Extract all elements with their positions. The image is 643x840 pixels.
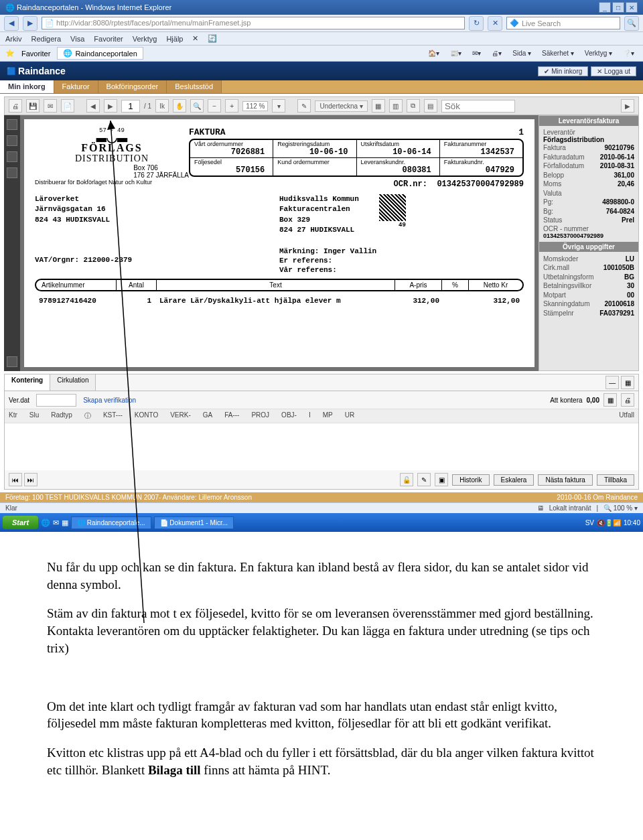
- menu-verktyg[interactable]: Verktyg: [133, 35, 157, 43]
- menu-visa[interactable]: Visa: [70, 35, 84, 43]
- excel-icon[interactable]: ▦: [603, 393, 617, 407]
- min-inkorg-button[interactable]: ✔ Min inkorg: [538, 66, 588, 76]
- verdat-input[interactable]: [36, 394, 76, 407]
- pdf-zoomout-icon[interactable]: −: [208, 99, 221, 113]
- pdf-next-icon[interactable]: ▶: [104, 99, 117, 113]
- nav-first-icon[interactable]: ⏮: [9, 473, 22, 486]
- task-raindance[interactable]: 🌐 Raindanceportale...: [71, 516, 151, 529]
- skapa-verifikation-link[interactable]: Skapa verifikation: [83, 397, 136, 404]
- ql-mail-icon[interactable]: ✉: [53, 518, 59, 527]
- tab-min-inkorg[interactable]: Min inkorg: [0, 80, 54, 93]
- pdf-t2-icon[interactable]: ▥: [389, 99, 403, 113]
- security-menu[interactable]: Säkerhet ▾: [539, 48, 577, 58]
- favorites-label[interactable]: Favoriter: [21, 50, 50, 58]
- favorites-icon[interactable]: ⭐: [5, 49, 15, 58]
- forward-button[interactable]: ▶: [23, 16, 38, 31]
- minimize-button[interactable]: _: [599, 2, 611, 13]
- sign-panel-icon[interactable]: [7, 167, 17, 178]
- feed-icon[interactable]: 📰▾: [447, 48, 465, 58]
- pdf-zoom-value[interactable]: 112 %: [242, 101, 268, 111]
- menu-favoriter[interactable]: Favoriter: [94, 35, 123, 43]
- pdf-t1-icon[interactable]: ▦: [372, 99, 385, 113]
- tillbaka-button[interactable]: Tillbaka: [597, 474, 634, 486]
- tab-beslutsstod[interactable]: Beslutsstöd: [167, 80, 222, 93]
- help-icon[interactable]: ❔▾: [620, 48, 638, 58]
- kont-tool1-icon[interactable]: —: [605, 376, 619, 389]
- menu-hjalp[interactable]: Hjälp: [166, 35, 183, 43]
- pdf-zoomin-icon[interactable]: +: [225, 99, 238, 113]
- close-button[interactable]: ✕: [626, 2, 638, 13]
- pdf-collapse-icon[interactable]: ▶: [621, 99, 634, 113]
- menu-extra-x[interactable]: ✕: [192, 34, 198, 43]
- clip-icon[interactable]: [7, 356, 17, 367]
- task-word[interactable]: 📄 Dokument1 - Micr...: [154, 516, 234, 529]
- page-menu[interactable]: Sida ▾: [509, 48, 534, 58]
- pdf-save-icon[interactable]: 💾: [26, 99, 40, 113]
- tab-cirkulation[interactable]: Cirkulation: [50, 374, 96, 391]
- box-line-2: 176 27 JÄRFÄLLA: [133, 171, 189, 179]
- ql-excel-icon[interactable]: ▦: [62, 518, 68, 527]
- pdf-search-input[interactable]: [441, 100, 515, 113]
- pdf-t3-icon[interactable]: ⧉: [407, 99, 420, 113]
- intranet-zone-icon: 🖥: [537, 504, 544, 512]
- att-kontera-value: 0,00: [587, 397, 599, 404]
- pdf-pen-icon[interactable]: ✎: [297, 99, 311, 113]
- pdf-t4-icon[interactable]: ▤: [424, 99, 437, 113]
- nasta-faktura-button[interactable]: Nästa faktura: [538, 474, 592, 486]
- bookmarks-icon[interactable]: [7, 135, 17, 146]
- print-icon-2[interactable]: 🖨: [621, 393, 634, 407]
- url-input[interactable]: 📄 http://vidar:8080/rptest/faces/portal/…: [42, 17, 465, 29]
- pdf-page-input[interactable]: [121, 100, 140, 113]
- search-box[interactable]: 🔷Live Search: [506, 17, 620, 29]
- pdf-cursor-icon[interactable]: Ik: [155, 99, 169, 113]
- nav-last-icon[interactable]: ⏭: [24, 473, 38, 486]
- menu-arkiv[interactable]: Arkiv: [5, 35, 21, 43]
- tab-kontering[interactable]: Kontering: [5, 374, 50, 391]
- home-icon[interactable]: 🏠▾: [425, 48, 443, 58]
- tab-bokforingsorder[interactable]: Bokföringsorder: [98, 80, 167, 93]
- pdf-zoom-dropdown[interactable]: ▾: [272, 99, 285, 113]
- att-kontera-label: Att kontera: [550, 397, 582, 404]
- info-icon[interactable]: ⓘ: [84, 411, 91, 421]
- zoom-dropdown[interactable]: 🔍 100 % ▾: [603, 504, 638, 512]
- menu-redigera[interactable]: Redigera: [31, 35, 61, 43]
- back-button[interactable]: ◀: [4, 16, 19, 31]
- attach-icon[interactable]: [7, 151, 17, 162]
- pdf-mail-icon[interactable]: ✉: [44, 99, 57, 113]
- kontering-grid[interactable]: [5, 423, 638, 470]
- kont-tool2-icon[interactable]: ▦: [621, 376, 634, 389]
- eskalera-button[interactable]: Eskalera: [494, 474, 534, 486]
- tray-icons[interactable]: 🔇🔋📶: [597, 519, 621, 527]
- action-icon-3[interactable]: ▣: [435, 473, 448, 486]
- print-icon[interactable]: 🖨▾: [488, 48, 505, 58]
- restore-button[interactable]: □: [612, 2, 624, 13]
- pdf-prev-icon[interactable]: ◀: [86, 99, 100, 113]
- ql-ie-icon[interactable]: 🌐: [41, 518, 50, 527]
- mail-icon[interactable]: ✉▾: [469, 48, 484, 58]
- refresh-button[interactable]: ↻: [469, 16, 484, 31]
- vat-number: VAT/Orgnr: 212000-2379: [35, 256, 279, 275]
- start-button[interactable]: Start: [3, 516, 38, 529]
- menu-extra-icon[interactable]: 🔄: [208, 34, 217, 43]
- pdf-marquee-icon[interactable]: 🔍: [190, 99, 204, 113]
- stop-button[interactable]: ✕: [488, 16, 502, 31]
- pdf-hand-icon[interactable]: ✋: [173, 99, 186, 113]
- thumbs-icon[interactable]: [7, 119, 17, 130]
- tray-lang[interactable]: SV: [585, 519, 594, 527]
- pdf-print-icon[interactable]: 🖨: [9, 99, 22, 113]
- tools-menu[interactable]: Verktyg ▾: [581, 48, 616, 58]
- invoice-page: 57 - 49 ▬◡▬ FÖRLAGS DISTRIBUTION Box 706…: [24, 119, 534, 367]
- logga-ut-button[interactable]: ✕ Logga ut: [591, 66, 636, 76]
- historik-button[interactable]: Historik: [452, 474, 489, 486]
- pdf-page-total: / 1: [144, 102, 151, 110]
- pdf-page-icon[interactable]: 📄: [61, 99, 74, 113]
- action-icon-1[interactable]: 🔓: [400, 473, 413, 486]
- verdat-label: Ver.dat: [9, 397, 29, 404]
- browser-tab[interactable]: 🌐Raindanceportalen: [57, 47, 143, 60]
- para-1: Nu får du upp och kan se din faktura. En…: [47, 559, 596, 593]
- faktura-pageno: 1: [518, 127, 524, 137]
- pdf-sign-button[interactable]: Underteckna ▾: [315, 100, 367, 112]
- search-button[interactable]: 🔍: [624, 16, 639, 31]
- tab-fakturor[interactable]: Fakturor: [54, 80, 98, 93]
- action-icon-2[interactable]: ✎: [417, 473, 431, 486]
